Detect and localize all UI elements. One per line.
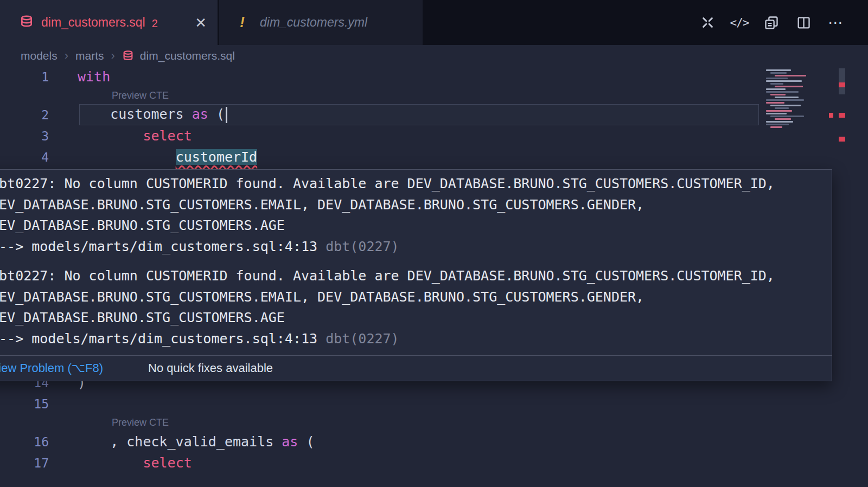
error-message-line: DEV_DATABASE.BRUNO.STG_CUSTOMERS.AGE	[0, 215, 822, 236]
error-mark	[839, 113, 845, 118]
line-number: 17	[0, 456, 49, 470]
code-token: (	[208, 106, 225, 122]
code-bottom-block: 14)15Preview CTE16 , check_valid_emails …	[0, 372, 868, 473]
error-message-line: dbt0227: No column CUSTOMERID found. Ava…	[0, 174, 822, 195]
code-line-1[interactable]: 1with	[0, 66, 868, 87]
line-number: 2	[0, 108, 49, 122]
hover-status-bar: View Problem (⌥F8) No quick fixes availa…	[0, 355, 832, 381]
error-location: --> models/marts/dim_customers.sql:4:13	[0, 331, 317, 347]
error-message-line: dbt0227: No column CUSTOMERID found. Ava…	[0, 266, 822, 287]
error-location: --> models/marts/dim_customers.sql:4:13	[0, 239, 317, 254]
split-editor-icon[interactable]	[795, 14, 812, 31]
error-mark	[839, 137, 845, 142]
minimap-line	[770, 72, 787, 74]
code-token: with	[78, 69, 110, 85]
show-compiled-code-icon[interactable]: </>	[731, 14, 748, 31]
close-tab-icon[interactable]: ✕	[195, 16, 207, 30]
code-token: (	[298, 434, 314, 450]
error-message-block: dbt0227: No column CUSTOMERID found. Ava…	[0, 174, 822, 257]
minimap-line	[766, 121, 793, 123]
code-line-17[interactable]: 17 select	[0, 452, 868, 473]
breadcrumb-item-marts[interactable]: marts	[75, 49, 104, 62]
line-number: 3	[0, 129, 49, 143]
minimap-line	[766, 91, 799, 93]
minimap-line	[770, 116, 804, 117]
code-token: customers	[78, 106, 192, 122]
minimap-error-mark	[829, 113, 833, 118]
text-cursor	[226, 107, 227, 123]
more-actions-icon[interactable]: ⋯	[827, 14, 844, 31]
editor-actions: </> ⋯	[699, 0, 868, 45]
code-token	[78, 149, 176, 165]
error-hover-body: dbt0227: No column CUSTOMERID found. Ava…	[0, 170, 832, 349]
warning-icon: !	[240, 14, 245, 31]
no-quick-fixes-label: No quick fixes available	[148, 361, 273, 375]
error-message-line: DEV_DATABASE.BRUNO.STG_CUSTOMERS.EMAIL, …	[0, 287, 822, 308]
code-token: as	[192, 106, 208, 122]
tab-dim-customers-sql[interactable]: dim_customers.sql 2 ✕	[0, 0, 218, 45]
overview-ruler[interactable]	[838, 66, 846, 487]
code-token: , check_valid_emails	[78, 434, 282, 450]
breadcrumb-separator: ›	[65, 49, 68, 63]
breadcrumb: models›marts› dim_customers.sql	[0, 45, 235, 66]
line-number: 15	[0, 397, 49, 411]
tab-dim-customers-yml[interactable]: ! dim_customers.yml	[219, 0, 423, 45]
breadcrumb-separator: ›	[111, 49, 115, 63]
minimap-line	[766, 110, 792, 112]
error-underlined-token: customerId	[176, 149, 258, 165]
codelens-preview-cte[interactable]: Preview CTE	[112, 87, 868, 104]
error-message-line: DEV_DATABASE.BRUNO.STG_CUSTOMERS.AGE	[0, 307, 822, 329]
copy-file-icon[interactable]	[763, 14, 780, 31]
minimap-line	[766, 80, 802, 82]
error-hover-popup: dbt0227: No column CUSTOMERID found. Ava…	[0, 169, 832, 381]
editor-window: dim_customers.sql 2 ✕ ! dim_customers.ym…	[0, 0, 868, 487]
minimap-line	[775, 75, 806, 76]
error-location-line: --> models/marts/dim_customers.sql:4:13 …	[0, 329, 822, 350]
error-mark	[839, 82, 845, 87]
dbt-power-user-icon[interactable]	[699, 14, 716, 31]
code-line-2[interactable]: 2 customers as (	[0, 104, 868, 125]
code-line-4[interactable]: 4 customerId	[0, 146, 868, 168]
breadcrumb-item-models[interactable]: models	[21, 49, 58, 62]
minimap-line	[766, 69, 791, 71]
minimap-line	[770, 105, 801, 106]
tab-modified-badge: 2	[152, 17, 158, 30]
line-number: 1	[0, 70, 49, 84]
code-line-3[interactable]: 3 select	[0, 125, 868, 146]
minimap-line	[775, 107, 789, 109]
database-icon	[122, 50, 134, 62]
minimap-line	[766, 88, 786, 90]
code-token: as	[282, 434, 298, 450]
minimap-line	[766, 113, 787, 114]
minimap-line	[775, 118, 791, 120]
minimap-line	[766, 124, 789, 125]
minimap-line	[775, 97, 799, 98]
error-location-line: --> models/marts/dim_customers.sql:4:13 …	[0, 236, 822, 258]
minimap-line	[770, 94, 786, 95]
code-editor[interactable]: 1withPreview CTE2 customers as (3 select…	[0, 66, 868, 487]
code-line-16[interactable]: 16 , check_valid_emails as (	[0, 431, 868, 452]
minimap[interactable]	[763, 68, 834, 132]
minimap-line	[766, 78, 788, 79]
codelens-preview-cte[interactable]: Preview CTE	[112, 414, 868, 431]
dbt-file-icon	[20, 15, 34, 31]
error-message-line: DEV_DATABASE.BRUNO.STG_CUSTOMERS.EMAIL, …	[0, 195, 822, 216]
minimap-line	[766, 99, 804, 101]
code-line-15[interactable]: 15	[0, 393, 868, 414]
editor-tab-bar: dim_customers.sql 2 ✕ ! dim_customers.ym…	[0, 0, 868, 45]
code-top-block: 1withPreview CTE2 customers as (3 select…	[0, 66, 868, 168]
code-token: select	[143, 128, 192, 144]
scrollbar-thumb[interactable]	[839, 68, 845, 94]
minimap-line	[766, 102, 784, 104]
tab-label: dim_customers.sql	[41, 15, 145, 30]
error-source: dbt(0227)	[326, 331, 399, 347]
error-message-block: dbt0227: No column CUSTOMERID found. Ava…	[0, 266, 822, 349]
code-token	[78, 455, 143, 471]
error-source: dbt(0227)	[326, 239, 399, 254]
minimap-line	[775, 86, 803, 87]
view-problem-link[interactable]: View Problem (⌥F8)	[0, 361, 103, 375]
minimap-line	[770, 126, 782, 128]
code-token: select	[143, 455, 192, 471]
line-number: 16	[0, 435, 49, 449]
breadcrumb-item-dim_customers.sql[interactable]: dim_customers.sql	[140, 49, 235, 62]
